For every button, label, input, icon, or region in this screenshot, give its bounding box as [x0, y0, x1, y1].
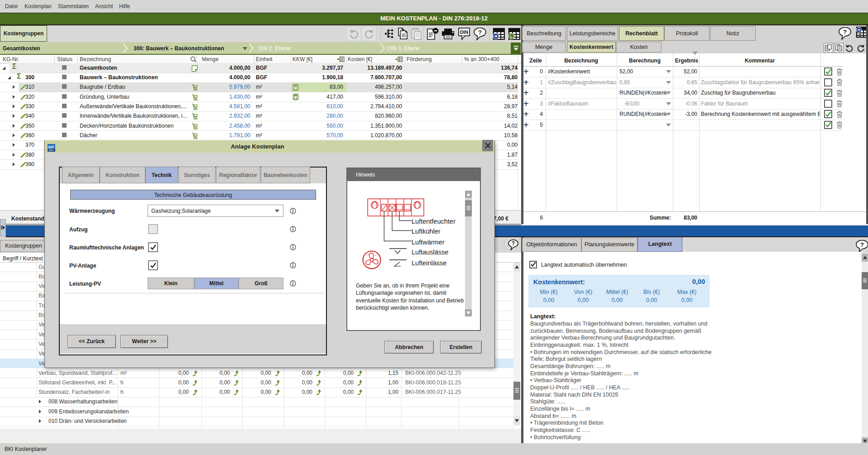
svg-text:?: ? [512, 240, 515, 247]
svg-text:L: L [510, 34, 513, 39]
svg-text:?: ? [843, 29, 847, 35]
svg-text:KP: KP [48, 145, 54, 149]
svg-text:?: ? [478, 29, 482, 36]
svg-text:DIN: DIN [460, 29, 468, 35]
svg-text:?: ? [860, 241, 864, 248]
